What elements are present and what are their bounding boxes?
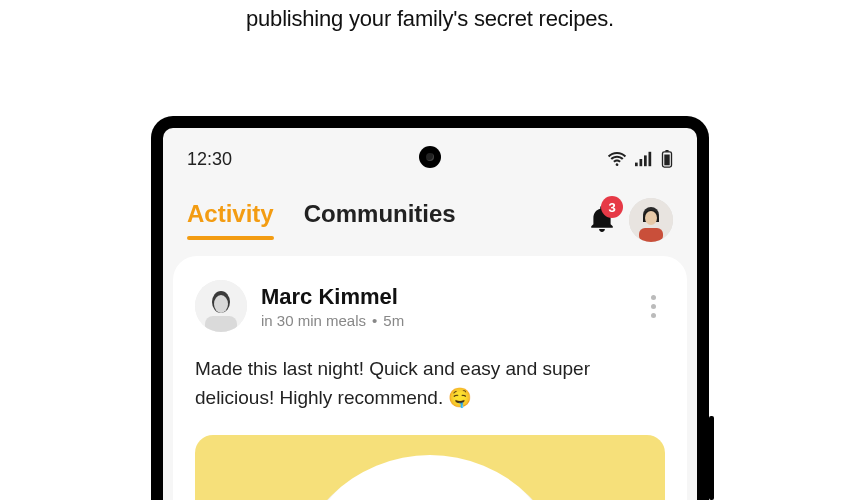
svg-rect-6 <box>664 155 669 166</box>
phone-screen: 12:30 Activit <box>163 128 697 500</box>
svg-point-9 <box>645 211 657 225</box>
phone-frame: 12:30 Activit <box>151 116 709 500</box>
notification-badge: 3 <box>601 196 623 218</box>
post-meta-line: in 30 min meals•5m <box>261 312 641 329</box>
tab-communities[interactable]: Communities <box>304 200 456 240</box>
post-timestamp: 5m <box>383 312 404 329</box>
post-body-text: Made this last night! Quick and easy and… <box>195 354 665 413</box>
front-camera <box>419 146 441 168</box>
tab-activity[interactable]: Activity <box>187 200 274 240</box>
wifi-icon <box>607 151 627 167</box>
svg-rect-1 <box>640 159 643 166</box>
post-image[interactable] <box>195 435 665 500</box>
svg-rect-3 <box>649 152 652 166</box>
post-author-avatar[interactable] <box>195 280 247 332</box>
notifications-button[interactable]: 3 <box>589 204 615 236</box>
post-author-name[interactable]: Marc Kimmel <box>261 284 641 310</box>
svg-point-13 <box>214 295 228 313</box>
svg-rect-2 <box>644 155 647 166</box>
battery-icon <box>661 150 673 168</box>
post-community-link[interactable]: 30 min meals <box>277 312 366 329</box>
post-meta-prefix: in <box>261 312 277 329</box>
signal-icon <box>635 151 653 167</box>
status-time: 12:30 <box>187 149 232 170</box>
post-card: Marc Kimmel in 30 min meals•5m Made this… <box>173 256 687 500</box>
svg-rect-15 <box>205 316 237 332</box>
bell-icon <box>589 218 615 235</box>
page-headline: publishing your family's secret recipes. <box>0 0 860 32</box>
profile-avatar[interactable] <box>629 198 673 242</box>
tab-bar: Activity Communities <box>187 200 589 240</box>
svg-rect-0 <box>635 163 638 167</box>
phone-side-button <box>709 416 714 500</box>
svg-rect-10 <box>639 228 663 242</box>
post-more-button[interactable] <box>641 287 665 326</box>
